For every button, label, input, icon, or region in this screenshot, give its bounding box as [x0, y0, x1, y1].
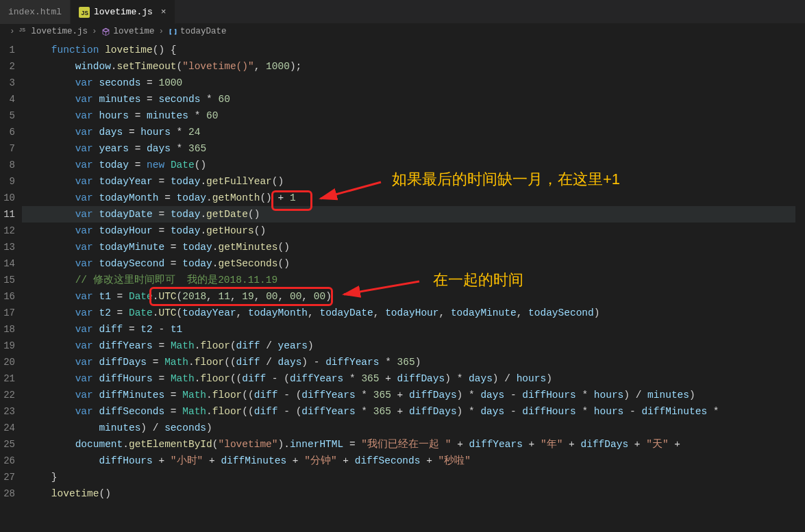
editor-tabs: index.html JS lovetime.js ×	[0, 0, 805, 24]
code-line[interactable]: var today = new Date()	[22, 157, 805, 173]
breadcrumb-file[interactable]: lovetime.js	[32, 27, 88, 36]
tab-label: lovetime.js	[94, 7, 153, 17]
code-line[interactable]: var diffDays = Math.floor((diff / days) …	[22, 354, 805, 370]
chevron-right-icon: ›	[8, 27, 16, 36]
code-line[interactable]: var diffMinutes = Math.floor((diff - (di…	[22, 387, 805, 403]
code-line[interactable]: diffHours + "小时" + diffMinutes + "分钟" + …	[22, 453, 805, 469]
code-line[interactable]: var seconds = 1000	[22, 75, 805, 91]
code-line[interactable]: function lovetime() {	[22, 42, 805, 58]
tab-lovetime-js[interactable]: JS lovetime.js ×	[71, 0, 175, 24]
tab-index-html[interactable]: index.html	[0, 0, 71, 24]
js-icon: JS	[19, 27, 29, 36]
code-line[interactable]: var t2 = Date.UTC(todayYear, todayMonth,…	[22, 305, 805, 321]
code-editor[interactable]: 1234567891011121314151617181920212223242…	[0, 39, 805, 532]
code-line[interactable]: var hours = minutes * 60	[22, 107, 805, 124]
tab-label: index.html	[8, 7, 62, 17]
code-line[interactable]: var diff = t2 - t1	[22, 321, 805, 338]
breadcrumb: › JS lovetime.js › lovetime › todayDate	[0, 24, 805, 39]
code-line[interactable]: lovetime()	[22, 485, 805, 502]
breadcrumb-symbol[interactable]: todayDate	[180, 27, 227, 36]
code-line[interactable]: var minutes = seconds * 60	[22, 91, 805, 107]
code-line[interactable]: var todaySecond = today.getSeconds()	[22, 255, 805, 272]
js-icon: JS	[79, 7, 90, 18]
code-line[interactable]: minutes) / seconds)	[22, 420, 805, 436]
code-line[interactable]: var days = hours * 24	[22, 124, 805, 140]
minimap[interactable]	[795, 39, 805, 532]
code-line[interactable]: document.getElementById("lovetime").inne…	[22, 436, 805, 453]
code-line[interactable]: var diffYears = Math.floor(diff / years)	[22, 338, 805, 354]
code-line[interactable]: var t1 = Date.UTC(2018, 11, 19, 00, 00, …	[22, 288, 805, 305]
cube-icon	[101, 27, 111, 36]
line-number-gutter: 1234567891011121314151617181920212223242…	[0, 39, 22, 532]
code-line[interactable]: }	[22, 469, 805, 485]
code-line[interactable]: var years = days * 365	[22, 140, 805, 157]
code-line[interactable]: var diffHours = Math.floor((diff - (diff…	[22, 370, 805, 387]
code-line[interactable]: var diffSeconds = Math.floor((diff - (di…	[22, 403, 805, 420]
chevron-right-icon: ›	[90, 27, 99, 36]
code-line[interactable]: var todayMonth = today.getMonth() + 1	[22, 190, 805, 206]
code-line[interactable]: window.setTimeout("lovetime()", 1000);	[22, 58, 805, 75]
code-line[interactable]: var todayDate = today.getDate()	[22, 206, 805, 223]
breadcrumb-symbol[interactable]: lovetime	[114, 27, 155, 36]
close-icon[interactable]: ×	[161, 7, 166, 17]
code-line[interactable]: var todayHour = today.getHours()	[22, 223, 805, 239]
code-area[interactable]: function lovetime() { window.setTimeout(…	[22, 39, 805, 532]
chevron-right-icon: ›	[158, 27, 166, 36]
code-line[interactable]: // 修改这里时间即可 我的是2018.11.19	[22, 272, 805, 288]
code-line[interactable]: var todayYear = today.getFullYear()	[22, 173, 805, 190]
code-line[interactable]: var todayMinute = today.getMinutes()	[22, 239, 805, 255]
variable-icon	[168, 27, 177, 36]
